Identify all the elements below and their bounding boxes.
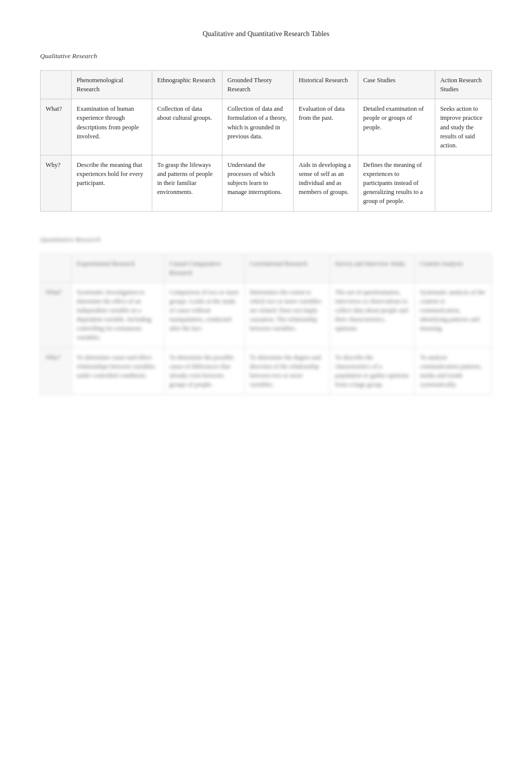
- qualitative-why-header: Why?: [41, 155, 72, 211]
- qualitative-header-row: Phenomenological Research Ethnographic R…: [41, 71, 492, 99]
- quant-why-experimental: To determine cause and effect relationsh…: [72, 347, 164, 395]
- quantitative-why-row: Why? To determine cause and effect relat…: [41, 347, 492, 395]
- quantitative-table: Experimental Research Causal-Comparative…: [40, 254, 492, 395]
- quant-col-correlational: Correlational Research: [244, 254, 330, 282]
- qual-what-case: Detailed examination of people or groups…: [358, 99, 435, 155]
- qual-why-historical: Aids in developing a sense of self as an…: [294, 155, 358, 211]
- quant-what-experimental: Systematic investigation to determine th…: [72, 282, 164, 347]
- quantitative-section-title: Quantitative Research: [40, 236, 492, 244]
- qual-why-case: Defines the meaning of experiences to pa…: [358, 155, 435, 211]
- qual-why-grounded: Understand the processes of which subjec…: [222, 155, 293, 211]
- qual-what-ethnographic: Collection of data about cultural groups…: [152, 99, 222, 155]
- page-title: Qualitative and Quantitative Research Ta…: [40, 30, 492, 38]
- qualitative-why-row: Why? Describe the meaning that experienc…: [41, 155, 492, 211]
- quant-why-correlational: To determine the degree and direction of…: [244, 347, 330, 395]
- col-header-historical: Historical Research: [294, 71, 358, 99]
- col-header-phenomenological: Phenomenological Research: [72, 71, 152, 99]
- quant-col-survey: Survey and Interview Study: [330, 254, 415, 282]
- quant-what-causal: Comparison of two or more groups. Looks …: [164, 282, 244, 347]
- quant-why-content: To analyze communication patterns, media…: [415, 347, 492, 395]
- qual-what-phenomenological: Examination of human experience through …: [72, 99, 152, 155]
- quant-why-causal: To determine the possible cause of diffe…: [164, 347, 244, 395]
- qualitative-what-row: What? Examination of human experience th…: [41, 99, 492, 155]
- quant-what-header: What?: [41, 282, 72, 347]
- qual-what-action: Seeks action to improve practice and stu…: [435, 99, 491, 155]
- quantitative-header-row: Experimental Research Causal-Comparative…: [41, 254, 492, 282]
- qual-what-historical: Evaluation of data from the past.: [294, 99, 358, 155]
- qualitative-table: Phenomenological Research Ethnographic R…: [40, 70, 492, 212]
- col-header-case: Case Studies: [358, 71, 435, 99]
- quant-col-content: Content Analysis: [415, 254, 492, 282]
- qual-what-grounded: Collection of data and formulation of a …: [222, 99, 293, 155]
- qual-why-action: [435, 155, 491, 211]
- quant-what-correlational: Determines the extent to which two or mo…: [244, 282, 330, 347]
- qual-why-phenomenological: Describe the meaning that experiences ho…: [72, 155, 152, 211]
- col-header-action: Action Research Studies: [435, 71, 491, 99]
- quantitative-what-row: What? Systematic investigation to determ…: [41, 282, 492, 347]
- quant-what-survey: The use of questionnaires, interviews or…: [330, 282, 415, 347]
- qualitative-section: Qualitative Research Phenomenological Re…: [40, 52, 492, 212]
- quant-empty-corner: [41, 254, 72, 282]
- qualitative-what-header: What?: [41, 99, 72, 155]
- qual-why-ethnographic: To grasp the lifeways and patterns of pe…: [152, 155, 222, 211]
- col-header-grounded: Grounded Theory Research: [222, 71, 293, 99]
- empty-corner: [41, 71, 72, 99]
- quant-col-causal: Causal-Comparative Research: [164, 254, 244, 282]
- quant-why-survey: To describe the characteristics of a pop…: [330, 347, 415, 395]
- col-header-ethnographic: Ethnographic Research: [152, 71, 222, 99]
- quantitative-section: Quantitative Research Experimental Resea…: [40, 236, 492, 395]
- quant-what-content: Systematic analysis of the content or co…: [415, 282, 492, 347]
- quant-why-header: Why?: [41, 347, 72, 395]
- quant-col-experimental: Experimental Research: [72, 254, 164, 282]
- qualitative-section-title: Qualitative Research: [40, 52, 492, 60]
